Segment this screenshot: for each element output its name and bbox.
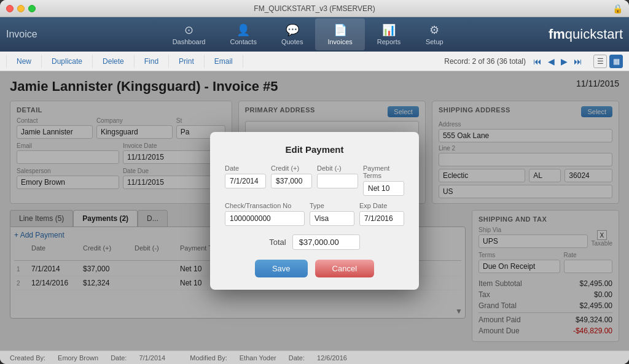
created-by-value: Emory Brown: [58, 354, 98, 362]
record-navigation: ⏮ ◀ ▶ ⏭: [531, 55, 585, 68]
nav-label-invoices: Invoices: [327, 38, 352, 45]
record-info: Record: 2 of 36 (36 total) ⏮ ◀ ▶ ⏭ ☰ ▦: [444, 55, 623, 68]
lock-icon: 🔒: [612, 4, 623, 14]
nav-label-reports: Reports: [377, 38, 401, 45]
nav-item-dashboard[interactable]: ⊙ Dashboard: [160, 18, 218, 50]
edit-payment-modal: Edit Payment Date Credit (+) Debit (-): [210, 132, 419, 290]
modified-by-value: Ethan Yoder: [240, 354, 276, 362]
created-by-label: Created By:: [10, 354, 45, 362]
duplicate-button[interactable]: Duplicate: [42, 55, 93, 68]
dashboard-icon: ⊙: [184, 23, 193, 37]
first-record-button[interactable]: ⏮: [531, 55, 544, 68]
view-toggle: ☰ ▦: [593, 55, 623, 68]
nav-item-reports[interactable]: 📊 Reports: [365, 18, 413, 50]
modal-save-button[interactable]: Save: [255, 260, 308, 277]
contacts-icon: 👤: [236, 23, 250, 37]
modal-overlay: Edit Payment Date Credit (+) Debit (-): [0, 71, 629, 350]
print-button[interactable]: Print: [169, 55, 205, 68]
modal-debit-label: Debit (-): [317, 165, 358, 172]
modal-type-label: Type: [310, 202, 354, 209]
quotes-icon: 💬: [286, 23, 299, 37]
modal-check-input[interactable]: [225, 211, 305, 226]
list-view-button[interactable]: ☰: [593, 55, 607, 68]
modal-terms-field: Payment Terms: [363, 165, 404, 196]
modal-credit-label: Credit (+): [271, 165, 312, 172]
find-button[interactable]: Find: [135, 55, 169, 68]
modal-title: Edit Payment: [225, 144, 404, 155]
main-content: Jamie Lannister (Kingsguard) - Invoice #…: [0, 71, 629, 350]
window-title: FM_QUICKSTART_v3 (FMSERVER): [254, 4, 375, 13]
email-button[interactable]: Email: [205, 55, 243, 68]
reports-icon: 📊: [382, 23, 396, 37]
nav-label-contacts: Contacts: [230, 38, 257, 45]
setup-icon: ⚙: [429, 23, 439, 37]
modified-date-label: Date:: [289, 354, 305, 362]
modal-date-input[interactable]: [225, 174, 266, 188]
maximize-button[interactable]: [28, 5, 36, 12]
nav-label-setup: Setup: [426, 38, 443, 45]
nav-label-quotes: Quotes: [281, 38, 303, 45]
modal-check-label: Check/Transaction No: [225, 202, 305, 209]
modal-date-field: Date: [225, 165, 266, 196]
brand-logo: fmquickstart: [549, 26, 623, 42]
minimize-button[interactable]: [17, 5, 25, 12]
modal-debit-field: Debit (-): [317, 165, 358, 196]
nav-item-contacts[interactable]: 👤 Contacts: [218, 18, 269, 50]
nav-items: ⊙ Dashboard 👤 Contacts 💬 Quotes 📄 Invoic…: [68, 18, 549, 50]
modal-credit-input[interactable]: [271, 174, 312, 188]
modal-exp-field: Exp Date: [359, 202, 404, 226]
delete-button[interactable]: Delete: [93, 55, 135, 68]
nav-item-quotes[interactable]: 💬 Quotes: [269, 18, 315, 50]
record-count: Record: 2 of 36 (36 total): [444, 57, 526, 66]
modal-exp-input[interactable]: [359, 211, 404, 226]
created-date-value: 7/1/2014: [139, 354, 165, 362]
nav-item-invoices[interactable]: 📄 Invoices: [315, 18, 364, 50]
invoices-icon: 📄: [334, 23, 347, 37]
created-date-label: Date:: [111, 354, 127, 362]
new-button[interactable]: New: [6, 55, 42, 68]
app-window: FM_QUICKSTART_v3 (FMSERVER) 🔒 Invoice ⊙ …: [0, 0, 629, 364]
toolbar: New Duplicate Delete Find Print Email Re…: [0, 52, 629, 71]
modified-date-value: 12/6/2016: [317, 354, 347, 362]
nav-label-dashboard: Dashboard: [173, 38, 206, 45]
modal-type-input[interactable]: [310, 211, 354, 226]
prev-record-button[interactable]: ◀: [545, 55, 557, 68]
modal-check-field: Check/Transaction No: [225, 202, 305, 226]
nav-bar: Invoice ⊙ Dashboard 👤 Contacts 💬 Quotes …: [0, 17, 629, 52]
next-record-button[interactable]: ▶: [558, 55, 570, 68]
status-bar: Created By: Emory Brown Date: 7/1/2014 M…: [0, 350, 629, 364]
last-record-button[interactable]: ⏭: [571, 55, 585, 68]
nav-item-setup[interactable]: ⚙ Setup: [413, 18, 456, 50]
modified-by-label: Modified By:: [190, 354, 227, 362]
modal-terms-input[interactable]: [363, 181, 404, 196]
title-bar: FM_QUICKSTART_v3 (FMSERVER) 🔒: [0, 0, 629, 17]
modal-type-field: Type: [310, 202, 354, 226]
detail-view-button[interactable]: ▦: [609, 55, 623, 68]
modal-terms-label: Payment Terms: [363, 165, 404, 179]
app-label: Invoice: [6, 29, 68, 40]
modal-cancel-button[interactable]: Cancel: [315, 260, 374, 277]
modal-total-value: $37,000.00: [292, 234, 360, 250]
modal-buttons: Save Cancel: [225, 260, 404, 277]
modal-total-label: Total: [269, 238, 286, 247]
modal-credit-field: Credit (+): [271, 165, 312, 196]
close-button[interactable]: [6, 5, 14, 12]
modal-bottom-fields: Check/Transaction No Type Exp Date: [225, 202, 404, 226]
modal-top-fields: Date Credit (+) Debit (-) Payment Terms: [225, 165, 404, 196]
modal-date-label: Date: [225, 165, 266, 172]
modal-total-row: Total $37,000.00: [225, 234, 404, 250]
modal-exp-label: Exp Date: [359, 202, 404, 209]
modal-debit-input[interactable]: [317, 174, 358, 188]
window-controls: [6, 5, 36, 12]
